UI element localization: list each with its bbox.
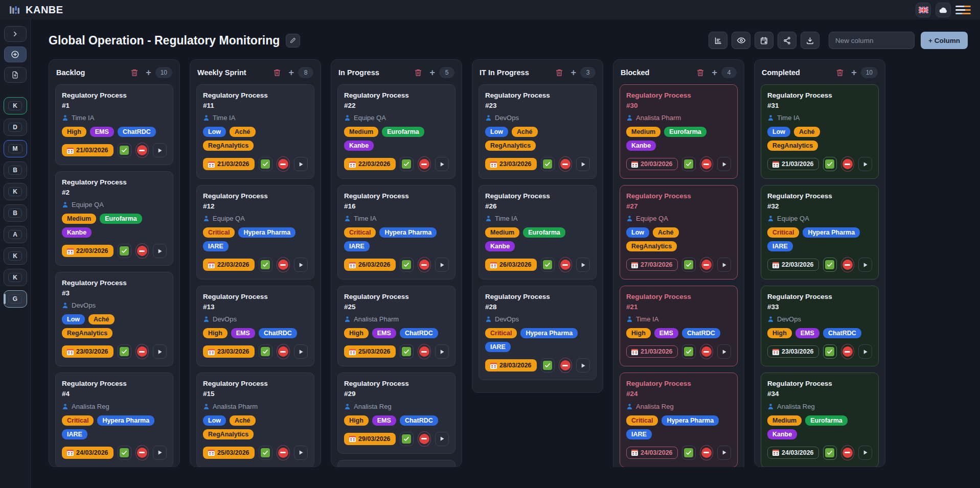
block-card-button[interactable] bbox=[418, 257, 431, 272]
task-card[interactable]: Regulatory Process#26Time IAMediumEurofa… bbox=[478, 185, 597, 280]
start-card-button[interactable] bbox=[153, 446, 167, 460]
due-date-badge[interactable]: 27/03/2026 bbox=[626, 259, 678, 271]
start-card-button[interactable] bbox=[294, 258, 308, 272]
complete-card-button[interactable] bbox=[823, 157, 837, 171]
block-card-button[interactable] bbox=[841, 445, 854, 460]
start-card-button[interactable] bbox=[858, 344, 872, 359]
due-date-badge[interactable]: 23/03/2026 bbox=[203, 345, 255, 358]
complete-card-button[interactable] bbox=[400, 432, 414, 446]
complete-card-button[interactable] bbox=[118, 143, 131, 157]
add-board-button[interactable] bbox=[4, 47, 27, 62]
block-card-button[interactable] bbox=[418, 431, 431, 447]
add-card-button[interactable]: + bbox=[851, 68, 857, 77]
task-card[interactable]: Regulatory Process#34Analista RegMediumE… bbox=[761, 373, 879, 467]
task-card[interactable]: Regulatory Process#3DevOpsLowAchéRegAnal… bbox=[55, 272, 173, 366]
start-card-button[interactable] bbox=[858, 157, 872, 171]
block-card-button[interactable] bbox=[700, 344, 713, 359]
watch-button[interactable] bbox=[732, 32, 750, 49]
share-button[interactable] bbox=[778, 32, 796, 49]
sidebar-board-a-6[interactable]: A bbox=[4, 226, 27, 243]
task-card[interactable]: Regulatory Process#4Analista RegCritical… bbox=[55, 373, 173, 467]
add-card-button[interactable]: + bbox=[429, 68, 435, 77]
complete-card-button[interactable] bbox=[118, 446, 131, 460]
task-card[interactable]: Regulatory Process#12Equipe QACriticalHy… bbox=[196, 185, 314, 280]
task-card[interactable]: Regulatory Process#22Equipe QAMediumEuro… bbox=[337, 84, 455, 179]
sidebar-board-m-2[interactable]: M bbox=[4, 140, 27, 157]
due-date-badge[interactable]: 25/03/2026 bbox=[344, 345, 396, 358]
task-card[interactable]: Regulatory Process#13DevOpsHighEMSChatRD… bbox=[196, 286, 314, 366]
complete-card-button[interactable] bbox=[823, 258, 837, 272]
task-card[interactable]: Regulatory Process#33DevOpsHighEMSChatRD… bbox=[761, 286, 879, 366]
task-card[interactable]: Regulatory Process#31Time IALowAchéRegAn… bbox=[761, 84, 879, 179]
sidebar-board-g-9[interactable]: G bbox=[4, 290, 27, 308]
due-date-badge[interactable]: 22/03/2026 bbox=[767, 259, 819, 271]
task-card[interactable]: Regulatory Process#16Time IACriticalHype… bbox=[337, 185, 455, 280]
add-card-button[interactable]: + bbox=[146, 68, 151, 77]
start-card-button[interactable] bbox=[858, 446, 872, 460]
delete-column-button[interactable] bbox=[836, 68, 844, 77]
due-date-badge[interactable]: 21/03/2026 bbox=[62, 144, 113, 156]
task-card[interactable]: Regulatory Process#21Time IAHighEMSChatR… bbox=[620, 286, 738, 366]
start-card-button[interactable] bbox=[717, 446, 731, 460]
sidebar-board-b-3[interactable]: B bbox=[4, 161, 27, 179]
complete-card-button[interactable] bbox=[118, 344, 131, 359]
complete-card-button[interactable] bbox=[400, 258, 414, 272]
delete-column-button[interactable] bbox=[555, 68, 563, 77]
due-date-badge[interactable]: 24/03/2026 bbox=[62, 447, 113, 459]
due-date-badge[interactable]: 28/03/2026 bbox=[485, 359, 537, 371]
language-flag-button[interactable] bbox=[916, 3, 931, 17]
calendar-button[interactable] bbox=[755, 32, 773, 49]
block-card-button[interactable] bbox=[277, 156, 290, 172]
task-card[interactable]: Regulatory Process#2Equipe QAMediumEurof… bbox=[55, 171, 173, 266]
download-button[interactable] bbox=[801, 32, 819, 49]
sidebar-board-k-7[interactable]: K bbox=[4, 247, 27, 265]
import-board-button[interactable] bbox=[4, 67, 27, 83]
add-card-button[interactable]: + bbox=[712, 68, 717, 77]
start-card-button[interactable] bbox=[435, 258, 449, 272]
complete-card-button[interactable] bbox=[259, 344, 272, 359]
add-card-button[interactable]: + bbox=[288, 68, 294, 77]
block-card-button[interactable] bbox=[135, 243, 149, 259]
block-card-button[interactable] bbox=[559, 156, 572, 172]
complete-card-button[interactable] bbox=[259, 446, 272, 460]
block-card-button[interactable] bbox=[135, 445, 149, 460]
due-date-badge[interactable]: 29/03/2026 bbox=[344, 433, 396, 445]
start-card-button[interactable] bbox=[294, 157, 308, 171]
start-card-button[interactable] bbox=[435, 157, 449, 171]
sidebar-board-b-5[interactable]: B bbox=[4, 204, 27, 222]
due-date-badge[interactable]: 24/03/2026 bbox=[767, 447, 819, 459]
complete-card-button[interactable] bbox=[259, 258, 272, 272]
due-date-badge[interactable]: 22/03/2026 bbox=[203, 259, 255, 271]
complete-card-button[interactable] bbox=[823, 446, 837, 460]
block-card-button[interactable] bbox=[277, 257, 290, 272]
task-card[interactable]: Regulatory Process#27Equipe QALowAchéReg… bbox=[620, 185, 738, 280]
sidebar-board-k-8[interactable]: K bbox=[4, 269, 27, 286]
complete-card-button[interactable] bbox=[682, 258, 696, 272]
due-date-badge[interactable]: 20/03/2026 bbox=[626, 158, 678, 170]
complete-card-button[interactable] bbox=[259, 157, 272, 171]
add-column-button[interactable]: + Column bbox=[921, 32, 968, 49]
block-card-button[interactable] bbox=[559, 257, 572, 272]
complete-card-button[interactable] bbox=[118, 244, 131, 258]
new-column-input[interactable] bbox=[829, 32, 915, 49]
due-date-badge[interactable]: 22/03/2026 bbox=[62, 245, 113, 257]
start-card-button[interactable] bbox=[717, 258, 731, 272]
task-card[interactable]: Regulatory Process#32Equipe QACriticalHy… bbox=[761, 185, 879, 280]
block-card-button[interactable] bbox=[841, 156, 854, 172]
block-card-button[interactable] bbox=[135, 344, 149, 359]
block-card-button[interactable] bbox=[841, 344, 854, 359]
due-date-badge[interactable]: 24/03/2026 bbox=[626, 447, 678, 459]
due-date-badge[interactable]: 21/03/2026 bbox=[767, 158, 819, 170]
complete-card-button[interactable] bbox=[400, 344, 414, 359]
block-card-button[interactable] bbox=[700, 156, 713, 172]
block-card-button[interactable] bbox=[841, 257, 854, 272]
block-card-button[interactable] bbox=[559, 358, 572, 373]
menu-button[interactable] bbox=[955, 3, 971, 17]
start-card-button[interactable] bbox=[153, 143, 167, 157]
task-card[interactable]: Regulatory Process#23DevOpsLowAchéRegAna… bbox=[478, 84, 597, 179]
add-card-button[interactable]: + bbox=[571, 68, 576, 77]
due-date-badge[interactable]: 21/03/2026 bbox=[626, 345, 678, 358]
complete-card-button[interactable] bbox=[682, 157, 696, 171]
delete-column-button[interactable] bbox=[130, 68, 139, 77]
block-card-button[interactable] bbox=[418, 344, 431, 359]
